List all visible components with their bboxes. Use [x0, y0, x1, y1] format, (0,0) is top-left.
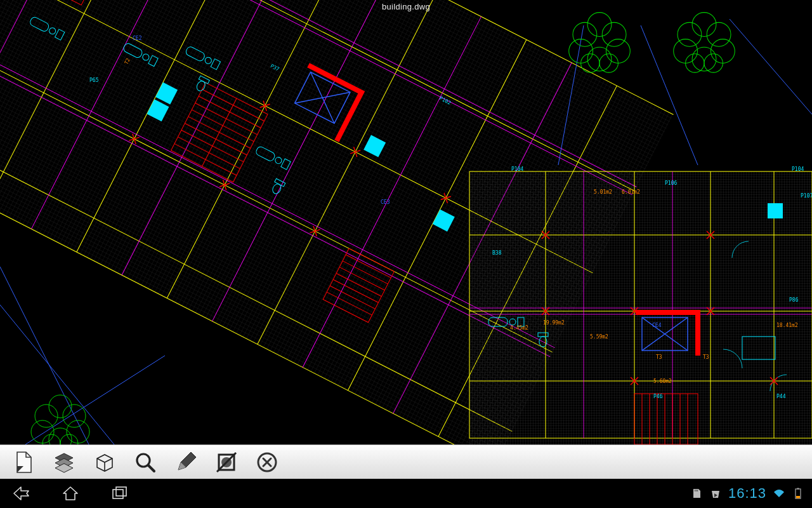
svg-rect-130	[697, 490, 698, 491]
wifi-icon	[773, 487, 785, 500]
svg-rect-110	[768, 203, 783, 218]
svg-rect-128	[695, 490, 695, 491]
home-button[interactable]	[57, 480, 84, 507]
sd-card-icon	[690, 487, 703, 500]
svg-rect-132	[797, 488, 799, 490]
svg-rect-126	[113, 490, 123, 498]
status-clock: 16:13	[728, 485, 766, 502]
model-3d-button[interactable]	[85, 446, 124, 479]
app-toolbar	[0, 444, 812, 479]
svg-line-119	[148, 465, 154, 471]
back-button[interactable]	[8, 480, 34, 507]
svg-rect-129	[696, 490, 697, 491]
new-file-button[interactable]	[4, 446, 43, 479]
drawing-canvas[interactable]: CE2 CE3 CE4 T2 T3 P65 B38 P37 P102 P104 …	[0, 0, 812, 444]
zoom-button[interactable]	[126, 446, 165, 479]
recents-button[interactable]	[107, 480, 133, 507]
close-button[interactable]	[247, 446, 287, 479]
svg-line-116	[0, 267, 89, 444]
draw-button[interactable]	[166, 446, 206, 479]
measure-button[interactable]	[207, 446, 246, 479]
svg-line-115	[0, 305, 114, 444]
svg-rect-127	[116, 487, 126, 496]
svg-line-114	[730, 19, 812, 114]
play-store-icon	[709, 487, 722, 500]
battery-icon	[792, 487, 804, 500]
android-navbar: 16:13	[0, 479, 812, 508]
layers-button[interactable]	[44, 446, 84, 479]
title-filename: building.dwg	[0, 0, 812, 14]
svg-line-117	[25, 356, 165, 444]
svg-rect-133	[796, 496, 800, 498]
